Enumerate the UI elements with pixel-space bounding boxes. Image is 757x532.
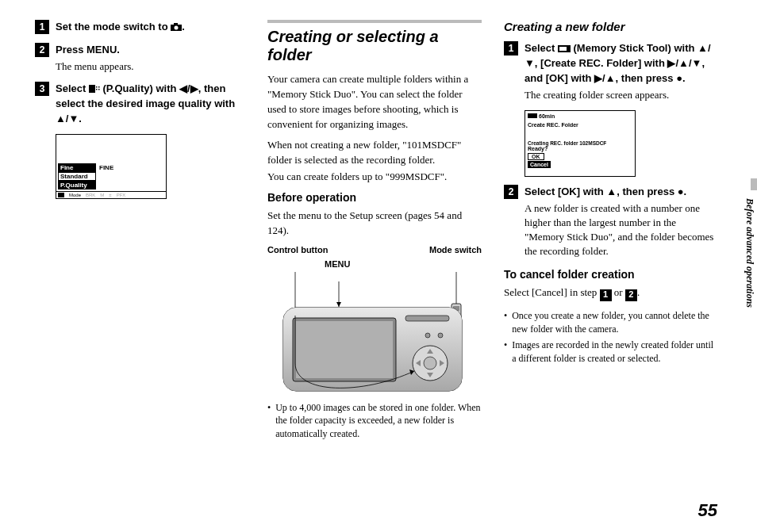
cancel-body: Select [Cancel] in step 1 or 2. <box>504 285 718 300</box>
lcd-cancel-button: Cancel <box>528 161 551 168</box>
diagram-labels: Control button Mode switch <box>267 245 482 255</box>
page-number: 55 <box>698 500 717 521</box>
lcd-create-msg: Creating REC. folder 102MSDCF <box>528 140 632 146</box>
subhead-before-op: Before operation <box>267 191 482 204</box>
memory-stick-icon <box>558 45 571 52</box>
step-1-title: Set the mode switch to . <box>56 20 245 35</box>
lcd-option-standard: Standard <box>58 172 96 181</box>
column-2: Creating or selecting a folder Your came… <box>267 20 482 496</box>
label-control-button: Control button <box>267 245 328 255</box>
para-intro-2: When not creating a new folder, "101MSDC… <box>267 138 482 168</box>
svg-rect-3 <box>89 85 95 93</box>
col3-step-1: 1 Select (Memory Stick Tool) with ▲/▼, [… <box>504 41 718 102</box>
step-number-1: 1 <box>35 20 49 34</box>
col3-step-1-title: Select (Memory Stick Tool) with ▲/▼, [Cr… <box>525 41 718 86</box>
lcd-ready: Ready? <box>528 146 632 151</box>
camera-back-diagram <box>267 272 482 395</box>
col3-step-number-1: 1 <box>504 41 518 55</box>
svg-rect-5 <box>98 86 100 88</box>
svg-point-21 <box>438 333 443 338</box>
before-op-body: Set the menu to the Setup screen (pages … <box>267 209 482 239</box>
svg-rect-6 <box>96 89 98 90</box>
lcd-fine-right: FINE <box>99 164 113 171</box>
note-cannot-delete: Once you create a new folder, you cannot… <box>504 309 718 336</box>
svg-rect-29 <box>559 47 567 51</box>
para-intro-1: Your camera can create multiple folders … <box>267 72 482 132</box>
lcd-option-fine: Fine <box>58 163 96 172</box>
para-intro-3: You can create folders up to "999MSDCF". <box>267 170 482 185</box>
col3-step-1-sub: The creating folder screen appears. <box>525 88 718 102</box>
camera-mode-icon <box>171 23 182 31</box>
step-3-title: Select (P.Quality) with ◀/▶, then select… <box>56 82 245 127</box>
lcd-create-title: Create REC. Folder <box>528 122 632 128</box>
svg-rect-19 <box>405 316 449 321</box>
col3-step-2: 2 Select [OK] with ▲, then press ●. A ne… <box>504 185 718 259</box>
note-images-recorded: Images are recorded in the newly created… <box>504 339 718 366</box>
svg-rect-7 <box>98 89 100 90</box>
col3-step-number-2: 2 <box>504 185 518 199</box>
col3-step-2-sub: A new folder is created with a number on… <box>525 201 718 259</box>
svg-point-20 <box>425 333 430 338</box>
lcd-screen-create-folder: 60min Create REC. Folder Creating REC. f… <box>525 110 636 177</box>
section-divider-bar <box>267 20 482 23</box>
label-mode-switch: Mode switch <box>429 245 482 255</box>
pquality-icon <box>89 85 100 93</box>
lcd-bottom-bar: Mode BRK M ± PFX <box>56 191 166 198</box>
step-2: 2 Press MENU. The menu appears. <box>35 43 245 74</box>
inline-step-2: 2 <box>625 289 637 301</box>
note-folder-capacity: Up to 4,000 images can be stored in one … <box>267 401 482 441</box>
step-number-3: 3 <box>35 82 49 96</box>
step-2-sub: The menu appears. <box>56 59 245 74</box>
section-title-creating: Creating or selecting a folder <box>267 28 482 64</box>
label-menu: MENU <box>325 259 482 269</box>
lcd-minutes: 60min <box>539 113 555 119</box>
side-tab-text: Before advanced operations <box>744 198 755 308</box>
battery-icon <box>528 113 537 118</box>
column-3: Creating a new folder 1 Select (Memory S… <box>504 20 718 496</box>
lcd-option-pquality: P.Quality <box>58 181 96 189</box>
svg-point-2 <box>175 26 179 30</box>
subhead-cancel: To cancel folder creation <box>504 268 718 281</box>
svg-marker-27 <box>336 302 341 307</box>
step-3: 3 Select (P.Quality) with ◀/▶, then sele… <box>35 82 245 127</box>
col3-step-2-title: Select [OK] with ▲, then press ●. <box>525 185 718 200</box>
lcd-screen-pquality: Fine FINE Standard P.Quality Mode BRK M … <box>56 134 167 199</box>
column-1: 1 Set the mode switch to . 2 Press MENU.… <box>35 20 245 496</box>
svg-rect-1 <box>174 23 178 25</box>
step-1: 1 Set the mode switch to . <box>35 20 245 35</box>
step-2-title: Press MENU. <box>56 43 245 58</box>
inline-step-1: 1 <box>600 289 612 301</box>
svg-point-23 <box>424 357 436 369</box>
side-tab: Before advanced operations <box>741 178 757 345</box>
svg-rect-4 <box>96 86 98 88</box>
svg-rect-18 <box>296 321 393 378</box>
subhead-creating-new: Creating a new folder <box>504 20 718 33</box>
step-number-2: 2 <box>35 43 49 57</box>
lcd-ok-button: OK <box>528 153 544 160</box>
